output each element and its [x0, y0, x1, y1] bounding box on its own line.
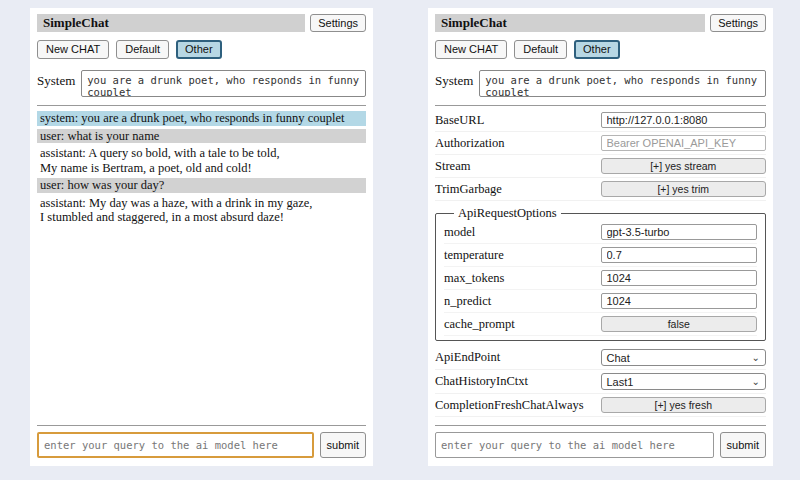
cache-prompt-label: cache_prompt	[444, 317, 601, 332]
query-input[interactable]	[435, 432, 714, 458]
chat-history-in-ctxt-select[interactable]: Last1 ⌄	[601, 373, 767, 390]
session-toolbar: New CHAT Default Other	[435, 40, 766, 59]
chat-message-user: user: what is your name	[37, 129, 366, 144]
submit-button[interactable]: submit	[720, 432, 766, 458]
app-title-bar: SimpleChat	[37, 14, 305, 32]
setting-row-completion-fresh-chat-always: CompletionFreshChatAlways [+] yes fresh	[435, 394, 766, 417]
setting-row-stream: Stream [+] yes stream	[435, 155, 766, 178]
n-predict-label: n_predict	[444, 294, 601, 309]
session-tab-default[interactable]: Default	[116, 40, 169, 59]
api-request-options-legend: ApiRequestOptions	[454, 206, 561, 221]
chat-history-in-ctxt-label: ChatHistoryInCtxt	[435, 374, 601, 389]
title-bar: SimpleChat Settings	[435, 14, 766, 32]
settings-button[interactable]: Settings	[310, 14, 366, 32]
app-title: SimpleChat	[441, 15, 699, 31]
n-predict-input[interactable]	[601, 293, 758, 309]
authorization-label: Authorization	[435, 136, 601, 151]
system-prompt-row: System you are a drunk poet, who respond…	[37, 70, 366, 97]
setting-row-trimgarbage: TrimGarbage [+] yes trim	[435, 178, 766, 201]
setting-row-authorization: Authorization	[435, 132, 766, 155]
api-endpoint-select[interactable]: Chat ⌄	[601, 349, 767, 366]
query-footer: submit	[37, 417, 366, 458]
session-tab-other[interactable]: Other	[176, 40, 222, 59]
submit-button[interactable]: submit	[320, 432, 366, 458]
settings-form: BaseURL Authorization Stream [+] yes str…	[435, 109, 766, 417]
divider	[435, 425, 766, 426]
chevron-down-icon: ⌄	[752, 378, 760, 386]
authorization-input[interactable]	[601, 135, 767, 151]
system-prompt-row: System you are a drunk poet, who respond…	[435, 70, 766, 97]
trimgarbage-toggle-button[interactable]: [+] yes trim	[601, 181, 767, 197]
api-endpoint-label: ApiEndPoint	[435, 350, 601, 365]
settings-panel: SimpleChat Settings New CHAT Default Oth…	[428, 8, 773, 466]
session-toolbar: New CHAT Default Other	[37, 40, 366, 59]
model-input[interactable]	[601, 224, 758, 240]
setting-row-chat-history-in-ctxt: ChatHistoryInCtxt Last1 ⌄	[435, 370, 766, 394]
chevron-down-icon: ⌄	[752, 354, 760, 362]
setting-row-api-endpoint: ApiEndPoint Chat ⌄	[435, 346, 766, 370]
baseurl-label: BaseURL	[435, 113, 601, 128]
query-input[interactable]	[37, 432, 314, 458]
setting-row-model: model	[444, 221, 757, 244]
settings-button[interactable]: Settings	[710, 14, 766, 32]
max-tokens-label: max_tokens	[444, 271, 601, 286]
temperature-label: temperature	[444, 248, 601, 263]
session-tab-default[interactable]: Default	[514, 40, 567, 59]
stream-label: Stream	[435, 159, 601, 174]
max-tokens-input[interactable]	[601, 270, 758, 286]
query-footer: submit	[435, 417, 766, 458]
setting-row-max-tokens: max_tokens	[444, 267, 757, 290]
setting-row-cache-prompt: cache_prompt false	[444, 313, 757, 336]
new-chat-button[interactable]: New CHAT	[435, 40, 507, 59]
chat-log: system: you are a drunk poet, who respon…	[37, 111, 366, 417]
cache-prompt-toggle-button[interactable]: false	[601, 316, 758, 332]
api-endpoint-selected-value: Chat	[607, 352, 630, 364]
new-chat-button[interactable]: New CHAT	[37, 40, 109, 59]
divider	[37, 105, 366, 106]
setting-row-temperature: temperature	[444, 244, 757, 267]
app-title-bar: SimpleChat	[435, 14, 705, 32]
baseurl-input[interactable]	[601, 112, 767, 128]
temperature-input[interactable]	[601, 247, 758, 263]
system-prompt-input[interactable]: you are a drunk poet, who responds in fu…	[479, 70, 766, 97]
chat-message-user: user: how was your day?	[37, 178, 366, 193]
model-label: model	[444, 225, 601, 240]
setting-row-n-predict: n_predict	[444, 290, 757, 313]
system-prompt-input[interactable]: you are a drunk poet, who responds in fu…	[81, 70, 366, 97]
stream-toggle-button[interactable]: [+] yes stream	[601, 158, 767, 174]
completion-fresh-chat-always-label: CompletionFreshChatAlways	[435, 398, 601, 413]
completion-fresh-chat-toggle-button[interactable]: [+] yes fresh	[601, 397, 767, 413]
api-request-options-fieldset: ApiRequestOptions model temperature max_…	[435, 206, 766, 341]
chat-history-selected-value: Last1	[607, 376, 634, 388]
system-prompt-label: System	[435, 70, 473, 89]
app-title: SimpleChat	[43, 15, 299, 31]
setting-row-baseurl: BaseURL	[435, 109, 766, 132]
chat-message-assistant: assistant: A query so bold, with a tale …	[37, 146, 366, 175]
session-tab-other[interactable]: Other	[574, 40, 620, 59]
chat-panel: SimpleChat Settings New CHAT Default Oth…	[30, 8, 373, 466]
chat-message-assistant: assistant: My day was a haze, with a dri…	[37, 196, 366, 225]
title-bar: SimpleChat Settings	[37, 14, 366, 32]
system-prompt-label: System	[37, 70, 75, 89]
divider	[37, 425, 366, 426]
chat-message-system: system: you are a drunk poet, who respon…	[37, 111, 366, 126]
trimgarbage-label: TrimGarbage	[435, 182, 601, 197]
divider	[435, 105, 766, 106]
